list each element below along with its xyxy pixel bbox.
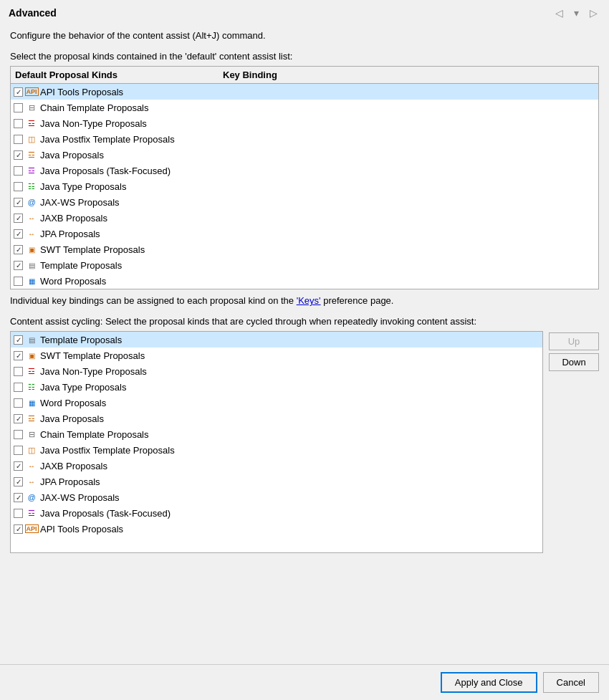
down-button[interactable]: Down <box>549 353 599 371</box>
cycling-table-row[interactable]: ◫ Java Postfix Template Proposals <box>11 442 542 458</box>
nav-buttons: ◁ ▾ ▷ <box>552 6 600 20</box>
cycling-row-icon: ▣ <box>26 350 37 361</box>
cycling-row-label: JPA Proposals <box>40 476 100 487</box>
cycling-table-row[interactable]: ✓ ☲ Java Proposals <box>11 411 542 426</box>
table-row[interactable]: ☷ Java Type Proposals <box>11 178 598 194</box>
nav-back-button[interactable]: ◁ <box>552 6 566 20</box>
row-checkbox[interactable]: ✓ <box>14 150 23 160</box>
row-label: Java Type Proposals <box>40 181 126 192</box>
cycling-table-row[interactable]: ✓ @ JAX-WS Proposals <box>11 489 542 505</box>
row-icon: ↔ <box>26 212 37 224</box>
row-checkbox[interactable] <box>14 119 23 128</box>
cycling-buttons: Up Down <box>549 331 599 553</box>
cycling-row-name: ◫ Java Postfix Template Proposals <box>11 443 219 457</box>
cycling-row-label: Java Postfix Template Proposals <box>40 445 175 456</box>
row-icon: ↔ <box>26 228 37 239</box>
cycling-row-checkbox[interactable] <box>14 430 23 439</box>
table-row[interactable]: ⊟ Chain Template Proposals <box>11 100 598 115</box>
row-name: ☲ Java Proposals (Task-Focused) <box>11 163 219 178</box>
up-button[interactable]: Up <box>549 332 599 350</box>
nav-forward-button[interactable]: ▷ <box>586 6 600 20</box>
row-key-binding <box>219 216 598 219</box>
table-row[interactable]: ✓ API API Tools Proposals <box>11 84 598 100</box>
cycling-table-row[interactable]: ✓ ▣ SWT Template Proposals <box>11 347 542 363</box>
cycling-row-checkbox[interactable] <box>14 398 23 408</box>
keys-link[interactable]: 'Keys' <box>297 295 321 306</box>
table-row[interactable]: ✓ @ JAX-WS Proposals <box>11 194 598 210</box>
table-row[interactable]: ☲ Java Non-Type Proposals <box>11 115 598 131</box>
row-icon: ▤ <box>26 259 37 271</box>
cycling-row-icon: ▦ <box>26 397 37 408</box>
cycling-row-name: ✓ ☲ Java Proposals <box>11 411 219 426</box>
cycling-table-row[interactable]: ✓ ▤ Template Proposals <box>11 332 542 347</box>
row-checkbox[interactable] <box>14 166 23 176</box>
row-key-binding <box>219 248 598 251</box>
row-checkbox[interactable]: ✓ <box>14 245 23 254</box>
cycling-row-label: API Tools Proposals <box>40 524 123 534</box>
cycling-row-checkbox[interactable]: ✓ <box>14 461 23 471</box>
table-row[interactable]: ✓ ▣ SWT Template Proposals <box>11 241 598 257</box>
cycling-table-body: ✓ ▤ Template Proposals ✓ ▣ SWT Template … <box>11 332 542 537</box>
cycling-row-checkbox[interactable]: ✓ <box>14 414 23 423</box>
row-icon: ☲ <box>26 149 37 160</box>
cycling-row-checkbox[interactable] <box>14 446 23 455</box>
row-name: ✓ API API Tools Proposals <box>11 85 219 99</box>
row-checkbox[interactable] <box>14 182 23 191</box>
cycling-table-row[interactable]: ✓ API API Tools Proposals <box>11 521 542 537</box>
row-name: ✓ ☲ Java Proposals <box>11 148 219 162</box>
cycling-row-checkbox[interactable]: ✓ <box>14 351 23 360</box>
row-name: ✓ ↔ JAXB Proposals <box>11 211 219 225</box>
cycling-table-row[interactable]: ☲ Java Proposals (Task-Focused) <box>11 505 542 521</box>
row-label: Chain Template Proposals <box>40 102 149 113</box>
cycling-row-name: ✓ API API Tools Proposals <box>11 522 219 536</box>
row-icon: ☲ <box>26 118 37 129</box>
col-name-header: Default Proposal Kinds <box>11 68 219 82</box>
cycling-table-row[interactable]: ✓ ↔ JPA Proposals <box>11 474 542 489</box>
cancel-button[interactable]: Cancel <box>543 672 599 693</box>
row-key-binding <box>219 90 598 93</box>
cycling-row-checkbox[interactable] <box>14 509 23 518</box>
row-label: Java Proposals (Task-Focused) <box>40 166 171 176</box>
row-checkbox[interactable] <box>14 277 23 286</box>
cycling-table-row[interactable]: ⊟ Chain Template Proposals <box>11 426 542 442</box>
table-row[interactable]: ✓ ☲ Java Proposals <box>11 147 598 163</box>
row-name: ◫ Java Postfix Template Proposals <box>11 132 219 146</box>
title-bar: Advanced ◁ ▾ ▷ <box>0 0 609 23</box>
row-key-binding <box>219 106 598 109</box>
cycling-row-name: ✓ ▣ SWT Template Proposals <box>11 348 219 363</box>
row-checkbox[interactable]: ✓ <box>14 229 23 239</box>
cycling-table-row[interactable]: ☲ Java Non-Type Proposals <box>11 363 542 379</box>
nav-dropdown-button[interactable]: ▾ <box>569 6 583 20</box>
table-row[interactable]: ✓ ▤ Template Proposals <box>11 257 598 273</box>
cycling-row-name: ✓ @ JAX-WS Proposals <box>11 490 219 504</box>
row-label: Java Postfix Template Proposals <box>40 134 175 145</box>
cycling-row-icon: ◫ <box>26 444 37 456</box>
row-checkbox[interactable]: ✓ <box>14 198 23 207</box>
cycling-row-checkbox[interactable] <box>14 367 23 376</box>
table-row[interactable]: ◫ Java Postfix Template Proposals <box>11 131 598 147</box>
row-key-binding <box>219 264 598 267</box>
cycling-row-name: ☷ Java Type Proposals <box>11 380 219 394</box>
cycling-row-checkbox[interactable] <box>14 383 23 392</box>
table-row[interactable]: ✓ ↔ JAXB Proposals <box>11 210 598 226</box>
table-row[interactable]: ▦ Word Proposals <box>11 273 598 289</box>
cycling-row-checkbox[interactable]: ✓ <box>14 477 23 486</box>
row-checkbox[interactable]: ✓ <box>14 261 23 270</box>
row-checkbox[interactable] <box>14 103 23 112</box>
row-checkbox[interactable]: ✓ <box>14 87 23 97</box>
cycling-row-checkbox[interactable]: ✓ <box>14 335 23 345</box>
row-checkbox[interactable] <box>14 135 23 144</box>
table-row[interactable]: ✓ ↔ JPA Proposals <box>11 226 598 241</box>
cycling-row-icon: ↔ <box>26 476 37 487</box>
row-label: SWT Template Proposals <box>40 244 145 255</box>
cycling-row-checkbox[interactable]: ✓ <box>14 493 23 502</box>
cycling-table-row[interactable]: ✓ ↔ JAXB Proposals <box>11 458 542 474</box>
cycling-table-row[interactable]: ☷ Java Type Proposals <box>11 379 542 395</box>
cycling-row-name: ✓ ▤ Template Proposals <box>11 332 219 347</box>
table-row[interactable]: ☲ Java Proposals (Task-Focused) <box>11 163 598 178</box>
cycling-row-checkbox[interactable]: ✓ <box>14 524 23 534</box>
cycling-table-row[interactable]: ▦ Word Proposals <box>11 395 542 411</box>
row-icon: API <box>26 86 37 97</box>
apply-and-close-button[interactable]: Apply and Close <box>441 672 537 693</box>
row-checkbox[interactable]: ✓ <box>14 214 23 223</box>
